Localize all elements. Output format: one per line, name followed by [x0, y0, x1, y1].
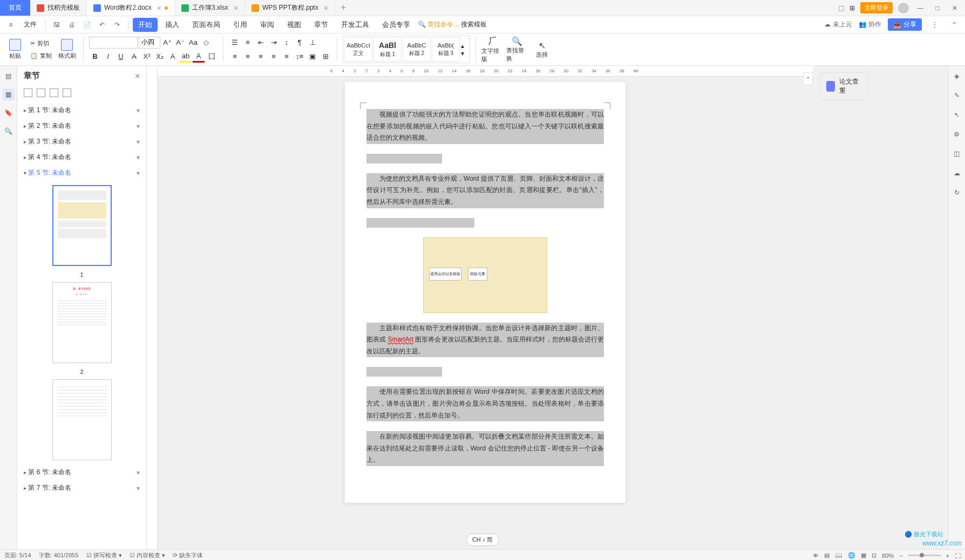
underline-button[interactable]: U	[115, 51, 127, 63]
more-icon[interactable]: ⋮	[928, 18, 941, 31]
bookmark-icon[interactable]: 🔖	[3, 107, 15, 119]
close-button[interactable]: ✕	[949, 2, 961, 14]
page-thumb-3[interactable]	[52, 379, 112, 460]
zoom-fit-icon[interactable]: ⊡	[872, 552, 876, 559]
tab-close-icon[interactable]: ×	[234, 4, 238, 12]
share-button[interactable]: 📤 分享	[888, 18, 922, 31]
view-web-icon[interactable]: 🌐	[848, 552, 855, 559]
align-justify-icon[interactable]: ≡	[268, 51, 280, 63]
strike-button[interactable]: A̶	[128, 51, 140, 63]
decrease-indent-icon[interactable]: ⇤	[255, 37, 267, 49]
search-nav-icon[interactable]: 🔍	[3, 125, 15, 137]
section-item-6[interactable]: ▸ 第 6 节: 未命名▾	[22, 465, 142, 480]
number-list-icon[interactable]: ≡	[242, 37, 254, 49]
missing-font[interactable]: ⟳ 缺失字体	[173, 551, 203, 559]
font-size-input[interactable]	[139, 37, 160, 49]
shading-icon[interactable]: ▣	[307, 51, 318, 63]
format-painter-button[interactable]: 格式刷	[56, 36, 78, 63]
zoom-level[interactable]: 80%	[882, 552, 894, 559]
tab-home[interactable]: 首页	[0, 0, 30, 16]
font-effect-button[interactable]: A	[167, 51, 179, 63]
view-outline-icon[interactable]: ▦	[861, 552, 866, 559]
show-marks-icon[interactable]: ¶	[294, 37, 305, 49]
menu-review[interactable]: 审阅	[255, 18, 280, 32]
menu-insert[interactable]: 插入	[160, 18, 185, 32]
find-replace-button[interactable]: 🔍 查找替换	[506, 36, 528, 63]
tabs-icon[interactable]: ⊥	[307, 37, 318, 49]
print-icon[interactable]: 🖨	[65, 18, 78, 31]
subscript-button[interactable]: X₂	[154, 51, 166, 63]
outline-icon[interactable]: ▤	[3, 70, 15, 82]
text-layout-button[interactable]: ⺁ 文字排版	[481, 36, 503, 63]
bullet-list-icon[interactable]: ☰	[229, 37, 241, 49]
menu-reference[interactable]: 引用	[228, 18, 253, 32]
style-normal[interactable]: AaBbCcI 正文	[344, 37, 372, 62]
paste-button[interactable]: 粘贴	[4, 36, 26, 63]
section-nav-icon[interactable]: ▦	[3, 88, 15, 100]
section-tool-2[interactable]	[37, 88, 45, 97]
copy-button[interactable]: 📋 复制	[28, 51, 54, 61]
undo-icon[interactable]: ↶	[96, 18, 108, 31]
maximize-button[interactable]: □	[932, 2, 943, 14]
tab-close-icon[interactable]: ×	[157, 4, 161, 12]
minimize-button[interactable]: —	[914, 2, 926, 14]
search-command[interactable]: 🔍 查找命令...	[418, 20, 459, 29]
paragraph-3[interactable]: 主题和样式也有助于文档保持协调。当您单击设计并选择新的主题时，图片、图表或 Sm…	[366, 323, 604, 358]
collapse-panel-icon[interactable]: ⌃	[803, 72, 813, 85]
search-template[interactable]: 搜索模板	[461, 20, 487, 29]
chevron-down-icon[interactable]: ▾	[461, 50, 468, 57]
zoom-slider[interactable]	[908, 555, 941, 556]
style-scroll[interactable]: ▴ ▾	[461, 37, 468, 62]
zoom-in-button[interactable]: +	[946, 552, 949, 559]
vertical-ruler[interactable]	[147, 66, 158, 549]
editor-scroll[interactable]: 6 4 2 ▽ 2 4 6 8 10 12 14 16 18 20 22 24 …	[158, 66, 813, 549]
layout-icon[interactable]: ⬚	[838, 4, 844, 12]
sort-icon[interactable]: ↕	[281, 37, 293, 49]
view-mode-icon[interactable]: 👁	[813, 552, 819, 559]
login-button[interactable]: 立即登录	[860, 2, 893, 13]
font-color-button[interactable]: A	[193, 51, 205, 63]
paragraph-1[interactable]: 视频提供了功能强大的方法帮助您证明您的观点。当您单击联机视频时，可以在想要添加的…	[366, 109, 604, 144]
increase-indent-icon[interactable]: ⇥	[268, 37, 280, 49]
save-icon[interactable]: 🖫	[50, 18, 63, 31]
document-page[interactable]: 视频提供了功能强大的方法帮助您证明您的观点。当您单击联机视频时，可以在想要添加的…	[345, 82, 626, 503]
tab-word-doc[interactable]: Word教程2.docx ×	[87, 0, 175, 16]
change-case-icon[interactable]: Aa	[187, 37, 199, 49]
menu-dev[interactable]: 开发工具	[336, 18, 375, 32]
section-item-4[interactable]: ▸ 第 4 节: 未命名▾	[22, 149, 142, 165]
view-page-icon[interactable]: ▤	[824, 552, 830, 559]
paragraph-5[interactable]: 在新的阅读视图中阅读更加容易。可以折叠文档某些部分并关注所需文本。如果在达到结尾…	[366, 431, 604, 466]
section-tool-1[interactable]	[24, 88, 32, 97]
section-item-5[interactable]: ▾ 第 5 节: 未命名▾	[22, 165, 142, 181]
cloud-status[interactable]: ☁ 未上云	[824, 20, 852, 29]
tab-add-button[interactable]: +	[335, 2, 352, 13]
view-read-icon[interactable]: 📖	[835, 552, 842, 559]
shape-pane-icon[interactable]: ◫	[951, 148, 963, 160]
settings-pane-icon[interactable]: ⚙	[951, 128, 963, 140]
collapse-ribbon-icon[interactable]: ⌃	[948, 18, 961, 31]
history-pane-icon[interactable]: ↻	[951, 187, 963, 199]
char-border-button[interactable]: 囗	[206, 51, 218, 63]
avatar-icon[interactable]	[898, 3, 909, 13]
highlight-button[interactable]: ab	[180, 51, 192, 63]
page-status[interactable]: 页面: 5/14	[4, 551, 31, 559]
spell-check-toggle[interactable]: ☑ 拼写检查 ▾	[86, 551, 122, 559]
ruler-indent-marker[interactable]: ▽	[365, 69, 368, 73]
content-check-toggle[interactable]: ☑ 内容检查 ▾	[130, 551, 165, 559]
horizontal-ruler[interactable]: 6 4 2 ▽ 2 4 6 8 10 12 14 16 18 20 22 24 …	[158, 66, 813, 77]
style-pane-icon[interactable]: ◈	[951, 70, 963, 82]
section-item-7[interactable]: ▸ 第 7 节: 未命名▾	[22, 480, 142, 496]
tab-close-icon[interactable]: ×	[324, 4, 328, 12]
paragraph-4[interactable]: 使用在需要位置出现的新按钮在 Word 中保存时间。若要更改图片适应文档的方式，…	[366, 386, 604, 421]
tab-excel-doc[interactable]: 工作簿3.xlsx ×	[175, 0, 245, 16]
cut-button[interactable]: ✂ 剪切	[28, 38, 54, 49]
sidebar-close-icon[interactable]: ×	[135, 71, 140, 80]
tab-template[interactable]: 找稻壳模板	[30, 0, 87, 16]
essay-check-button[interactable]: 论文查重	[819, 72, 868, 100]
language-indicator[interactable]: CH ♪ 简	[466, 534, 499, 546]
zoom-out-button[interactable]: −	[899, 552, 902, 559]
diagram-image[interactable]: 通用会议纪要模板 模板元素	[423, 237, 547, 313]
cloud-pane-icon[interactable]: ☁	[951, 167, 963, 179]
style-heading3[interactable]: AaBb( 标题 3	[432, 37, 460, 62]
paragraph-2[interactable]: 为使您的文档具有专业外观，Word 提供了页眉、页脚、封面和文本框设计，这些设计…	[366, 173, 604, 208]
